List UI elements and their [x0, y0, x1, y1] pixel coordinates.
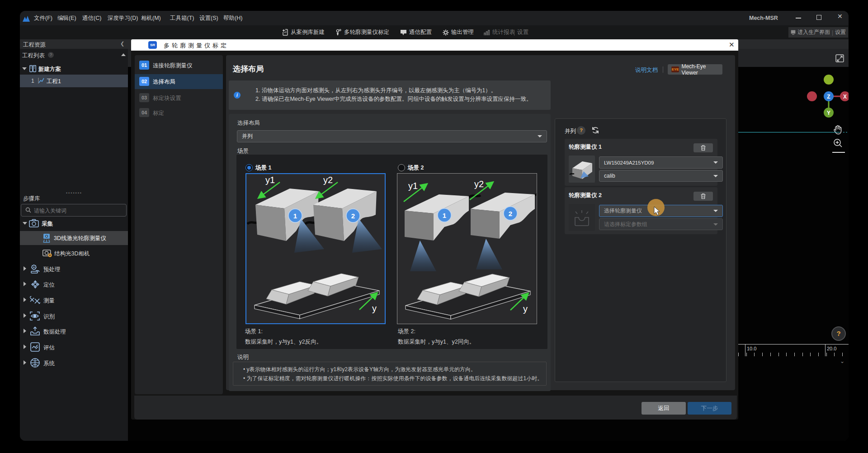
maximize-button[interactable]	[816, 15, 821, 20]
device2-delete-button[interactable]	[693, 192, 713, 201]
gear-icon	[443, 29, 449, 36]
tree-item-recognize[interactable]: 识别	[20, 309, 128, 323]
page-title: 选择布局	[233, 64, 264, 74]
tree-item-data-process[interactable]: 数据处理	[20, 325, 128, 339]
project-row[interactable]: 1 工程1	[20, 75, 128, 87]
toolbar-calibration[interactable]: 多轮廓测量仪标定	[335, 28, 389, 36]
zoom-in-icon[interactable]	[833, 138, 843, 148]
refresh-icon[interactable]	[591, 126, 599, 134]
scene1-card[interactable]: y1 1	[245, 173, 386, 324]
expand-viewport-icon[interactable]	[835, 54, 844, 62]
step-item-2[interactable]: 02 选择布局	[135, 74, 223, 89]
menu-settings[interactable]: 设置(S)	[199, 11, 218, 25]
dialog-title: 多轮廓测量仪标定	[164, 42, 229, 50]
menu-comm[interactable]: 通信(C)	[82, 11, 101, 25]
expand-arrow-icon[interactable]	[23, 222, 27, 225]
toolbar-output-mgmt[interactable]: 输出管理	[443, 28, 474, 36]
panel-collapse-icon[interactable]: ❮	[120, 41, 124, 47]
scene2-radio-label[interactable]: 场景 2	[408, 164, 424, 172]
menu-camera[interactable]: 相机(M)	[141, 11, 161, 25]
project-label: 工程1	[47, 78, 61, 85]
tree-item-laser-profiler[interactable]: 3D线激光轮廓测量仪	[20, 231, 128, 245]
profiler-3d-icon	[42, 233, 51, 243]
tree-item-evaluate[interactable]: 评估	[20, 340, 128, 354]
expand-arrow-icon[interactable]	[22, 67, 27, 70]
axis-gizmo[interactable]: Z X Y	[796, 72, 849, 122]
menu-edit[interactable]: 编辑(E)	[57, 11, 76, 25]
panel-title: 工程资源	[23, 41, 46, 49]
collapse-arrow-icon[interactable]	[24, 266, 26, 271]
window-title: Mech-MSR	[749, 15, 778, 21]
solution-row[interactable]: 新建方案	[20, 63, 128, 75]
device1-serial-dropdown[interactable]: LW150249A215YD09	[599, 156, 723, 169]
toolbar-new-from-case[interactable]: 从案例库新建	[282, 28, 325, 36]
production-icon	[791, 30, 796, 35]
menu-help[interactable]: 帮助(H)	[223, 11, 242, 25]
calibration-dialog: SR 多轮廓测量仪标定 ✕ 01 连接轮廓测量仪 02 选择布局 03 标定块设…	[131, 39, 738, 420]
scene1-radio-label[interactable]: 场景 1	[255, 164, 271, 172]
ruler: 10.0 20.0	[738, 344, 849, 356]
menu-toolbox[interactable]: 工具箱(T)	[170, 11, 194, 25]
device1-card: 轮廓测量仪 1 LW150249A215YD09 calib	[565, 139, 717, 186]
zoom-underline	[832, 152, 845, 153]
tree-item-locate[interactable]: 定位	[20, 278, 128, 292]
collapse-arrow-icon[interactable]	[24, 282, 26, 286]
panel-splitter[interactable]: •••••••	[58, 193, 90, 194]
chevron-down-icon	[713, 210, 718, 212]
scene1-desc: 数据采集时，y与y1、y2反向。	[245, 338, 322, 346]
tree-item-measure[interactable]: 测量	[20, 293, 128, 307]
device2-param-dropdown[interactable]: 请选择标定参数组	[599, 218, 723, 230]
device1-param-dropdown[interactable]: calib	[599, 170, 723, 182]
project-icon	[38, 77, 44, 84]
step-badge: 03	[139, 93, 149, 102]
measure-icon	[29, 295, 40, 305]
layout-dropdown[interactable]: 并列	[237, 130, 547, 142]
collapse-arrow-icon[interactable]	[24, 297, 26, 302]
collapse-arrow-icon[interactable]	[24, 329, 26, 333]
tree-item-collect[interactable]: 采集	[20, 217, 128, 230]
collapse-chevron-icon[interactable]: ⌄	[840, 358, 844, 364]
toolbar-comm-config[interactable]: 通信配置	[400, 28, 432, 36]
mech-eye-viewer-button[interactable]: EYE Mech-Eye Viewer	[668, 64, 722, 75]
close-button[interactable]: ✕	[837, 13, 843, 20]
tree-item-structured-cam[interactable]: 结构光3D相机	[20, 246, 128, 260]
device1-delete-button[interactable]	[693, 143, 713, 152]
menu-deeplearning[interactable]: 深度学习(D)	[108, 11, 138, 25]
help-button[interactable]: ?	[831, 326, 846, 341]
collapse-arrow-icon[interactable]	[24, 360, 26, 365]
collapse-arrow-icon[interactable]	[24, 313, 26, 318]
menu-file[interactable]: 文件(F)	[34, 11, 52, 25]
tree-item-preprocess[interactable]: 预处理	[20, 262, 128, 276]
search-box[interactable]: 请输入关键词	[21, 204, 127, 217]
chart-icon	[484, 29, 490, 36]
step-item-4[interactable]: 04 标定	[135, 107, 223, 122]
svg-text:y: y	[523, 304, 528, 314]
tree-label: 数据处理	[43, 328, 66, 336]
chevron-down-icon	[713, 223, 718, 226]
minimize-button[interactable]	[796, 18, 801, 19]
project-index: 1	[31, 78, 34, 84]
toolbar-stats-report[interactable]: 统计报表	[484, 28, 515, 36]
tree-item-system[interactable]: 系统	[20, 356, 128, 370]
svg-text:X: X	[843, 94, 847, 100]
step-item-3[interactable]: 03 标定块设置	[135, 92, 223, 107]
doc-link[interactable]: 说明文档	[635, 66, 658, 74]
next-button[interactable]: 下一步	[688, 402, 731, 415]
tree-label: 定位	[43, 281, 55, 289]
toolbar-settings[interactable]: 设置	[517, 28, 528, 36]
scene2-card[interactable]: y1 1	[397, 173, 537, 324]
dialog-close-icon[interactable]: ✕	[729, 41, 735, 49]
step-item-1[interactable]: 01 连接轮廓测量仪	[135, 59, 223, 74]
project-list-collapse-icon[interactable]	[121, 53, 126, 56]
enter-production-button[interactable]: 进入生产界面 | 设置	[788, 27, 848, 38]
project-list-help-icon[interactable]: ?	[48, 52, 54, 58]
pan-hand-icon[interactable]	[833, 125, 842, 135]
profiler-calib-icon	[335, 29, 342, 36]
mode-help-icon[interactable]: ?	[577, 126, 585, 135]
scene2-radio[interactable]	[398, 164, 405, 171]
back-button[interactable]: 返回	[642, 402, 686, 415]
dialog-content: 选择布局 说明文档 EYE Mech-Eye Viewer i 1. 沿物体运动…	[226, 55, 735, 390]
step-badge: 02	[139, 77, 149, 86]
scene1-radio-dot	[247, 166, 251, 170]
collapse-arrow-icon[interactable]	[24, 344, 26, 349]
